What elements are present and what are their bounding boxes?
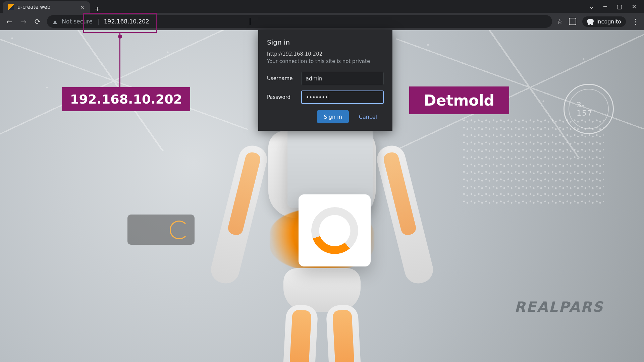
- address-cursor: [250, 18, 250, 25]
- robot-leg-left: [281, 304, 318, 362]
- text-caret: [329, 94, 329, 100]
- annotation-connector: [119, 33, 120, 87]
- watermark: REALPARS: [515, 299, 604, 315]
- new-tab-button[interactable]: +: [90, 5, 105, 13]
- hud-ring-decor: 3-157: [564, 84, 614, 134]
- auth-row-username: Username admin: [267, 72, 384, 85]
- incognito-badge[interactable]: Incognito: [582, 16, 626, 27]
- forward-icon[interactable]: →: [19, 17, 28, 26]
- maximize-icon[interactable]: ▢: [616, 3, 622, 10]
- progress-ring-icon: [302, 197, 368, 263]
- incognito-label: Incognito: [596, 18, 621, 25]
- signin-button[interactable]: Sign in: [317, 110, 349, 123]
- browser-window: u-create web × + ⌄ ─ ▢ ✕ ← → ⟳ ▲ Not sec…: [0, 0, 644, 362]
- username-field[interactable]: admin: [301, 72, 384, 85]
- title-bar: u-create web × +: [0, 0, 644, 13]
- annotation-detmold-label: Detmold: [409, 86, 509, 114]
- minimize-icon[interactable]: ─: [603, 3, 607, 10]
- robot-leg-right: [326, 304, 363, 362]
- password-value: •••••••: [306, 94, 328, 101]
- extensions-icon[interactable]: [569, 18, 576, 25]
- robot-arm-left: [208, 143, 270, 286]
- hud-panel-small: [127, 215, 195, 245]
- auth-title: Sign in: [267, 38, 384, 46]
- robot-arm-right: [374, 143, 436, 286]
- back-icon[interactable]: ←: [5, 17, 14, 26]
- tab-title: u-create web: [17, 4, 50, 10]
- auth-site: http://192.168.10.202: [267, 51, 384, 57]
- auth-note: Your connection to this site is not priv…: [267, 58, 384, 64]
- tab-search-icon[interactable]: ⌄: [589, 3, 594, 10]
- annotation-url-highlight: [83, 13, 157, 33]
- window-controls: ⌄ ─ ▢ ✕: [582, 0, 644, 13]
- reload-icon[interactable]: ⟳: [33, 17, 42, 26]
- toolbar-right: ☆ Incognito ⋮: [557, 16, 639, 27]
- hud-ring-text: 3-157: [577, 101, 601, 117]
- cancel-button[interactable]: Cancel: [352, 110, 384, 123]
- close-tab-icon[interactable]: ×: [80, 4, 85, 10]
- username-label: Username: [267, 75, 297, 81]
- auth-row-password: Password •••••••: [267, 90, 384, 104]
- floating-tile-front: [299, 194, 371, 266]
- annotation-ip-label: 192.168.10.202: [62, 87, 190, 111]
- tab-ucreate[interactable]: u-create web ×: [3, 1, 90, 13]
- username-value: admin: [306, 75, 322, 82]
- auth-actions: Sign in Cancel: [267, 110, 384, 123]
- close-window-icon[interactable]: ✕: [632, 3, 637, 10]
- favicon-icon: [8, 4, 14, 10]
- auth-dialog: Sign in http://192.168.10.202 Your conne…: [258, 30, 392, 131]
- not-secure-icon: ▲: [53, 18, 57, 25]
- menu-icon[interactable]: ⋮: [632, 17, 639, 26]
- password-field[interactable]: •••••••: [301, 90, 384, 104]
- annotation-dot: [118, 35, 122, 39]
- bookmark-icon[interactable]: ☆: [557, 17, 563, 25]
- incognito-icon: [587, 19, 594, 24]
- password-label: Password: [267, 94, 297, 100]
